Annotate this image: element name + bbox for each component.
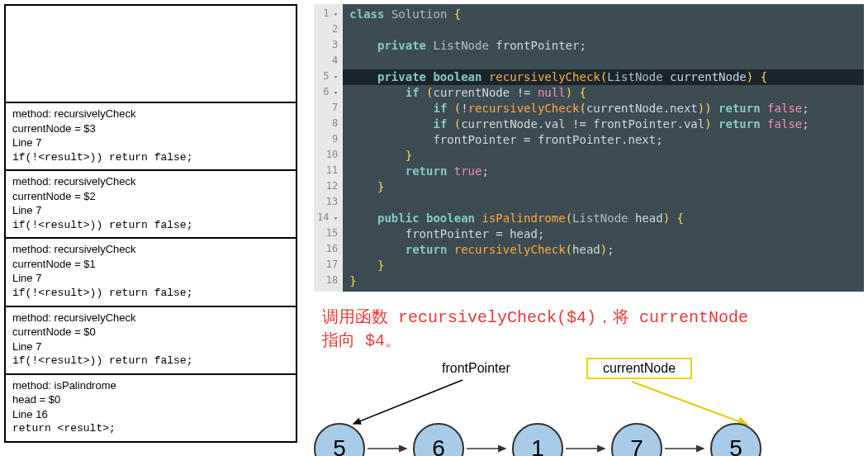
frame-code: if(!<result>)) return false; — [12, 354, 289, 368]
frame-var: currentNode = $3 — [12, 121, 289, 136]
linked-list-diagram: frontPointer currentNode 5 6 1 7 5 — [314, 361, 864, 456]
stack-frame: method: recursivelyCheck currentNode = $… — [6, 171, 296, 239]
call-stack: method: recursivelyCheck currentNode = $… — [4, 4, 297, 443]
frame-var: head = $0 — [12, 392, 289, 407]
arrow-icon — [662, 423, 710, 456]
stack-frame: method: isPalindrome head = $0 Line 16 r… — [6, 375, 296, 441]
frame-line: Line 16 — [12, 407, 289, 422]
frame-var: currentNode = $0 — [12, 325, 289, 340]
current-node-label: currentNode — [586, 358, 692, 379]
frame-line: Line 7 — [12, 203, 289, 218]
stack-frame: method: recursivelyCheck currentNode = $… — [6, 307, 296, 375]
annotation-text: 调用函数 recursivelyCheck($4)，将 currentNode … — [322, 306, 864, 353]
frame-var: currentNode = $1 — [12, 257, 289, 272]
list-node: 1 — [512, 423, 563, 456]
code-body: class Solution { private ListNode frontP… — [343, 4, 864, 292]
list-node: 5 — [710, 423, 761, 456]
frame-method: method: recursivelyCheck — [12, 107, 289, 121]
frame-code: if(!<result>)) return false; — [12, 286, 289, 301]
frame-var: currentNode = $2 — [12, 189, 289, 204]
highlighted-line: private boolean recursivelyCheck(ListNod… — [343, 69, 864, 85]
front-pointer-label: frontPointer — [442, 361, 510, 376]
list-node: 5 — [314, 423, 365, 456]
frame-code: if(!<result>)) return false; — [12, 150, 289, 165]
svg-line-1 — [632, 382, 747, 425]
stack-empty-space — [6, 6, 296, 103]
frame-method: method: recursivelyCheck — [12, 174, 289, 189]
frame-line: Line 7 — [12, 340, 289, 354]
frame-line: Line 7 — [12, 135, 289, 150]
arrow-icon — [365, 423, 413, 456]
list-node: 6 — [413, 423, 464, 456]
line-gutter: 1234 5678 9101112 13141516 1718 — [314, 4, 343, 292]
stack-frame: method: recursivelyCheck currentNode = $… — [6, 103, 296, 171]
frame-code: return <result>; — [12, 421, 289, 436]
frame-line: Line 7 — [12, 271, 289, 286]
frame-method: method: recursivelyCheck — [12, 242, 289, 257]
arrow-icon — [563, 423, 611, 456]
code-editor: 1234 5678 9101112 13141516 1718 class So… — [314, 4, 864, 292]
stack-frame: method: recursivelyCheck currentNode = $… — [6, 239, 296, 306]
frame-method: method: isPalindrome — [12, 378, 289, 393]
frame-method: method: recursivelyCheck — [12, 311, 289, 325]
svg-line-0 — [353, 380, 462, 424]
list-node: 7 — [611, 423, 662, 456]
frame-code: if(!<result>)) return false; — [12, 218, 289, 233]
arrow-icon — [464, 423, 512, 456]
